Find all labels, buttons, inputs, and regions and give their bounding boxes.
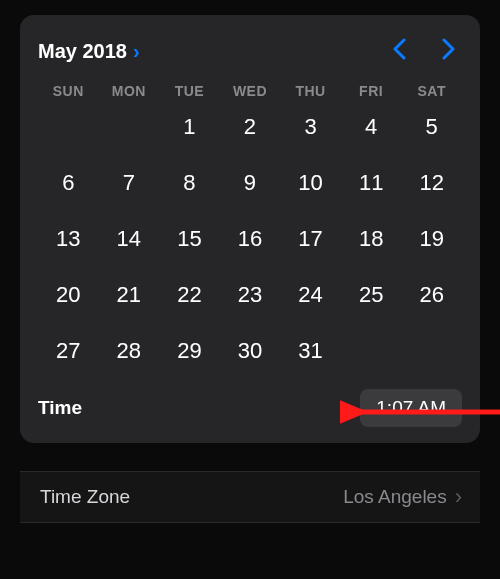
calendar-header: May 2018 › (38, 37, 462, 65)
date-time-picker: May 2018 › SUNMONTUEWEDTHUFRISAT 1234567… (20, 15, 480, 443)
day-1[interactable]: 1 (159, 105, 220, 149)
day-26[interactable]: 26 (401, 273, 462, 317)
day-5[interactable]: 5 (401, 105, 462, 149)
day-11[interactable]: 11 (341, 161, 402, 205)
day-6[interactable]: 6 (38, 161, 99, 205)
prev-month-button[interactable] (386, 37, 412, 65)
chevron-right-icon: › (455, 486, 462, 508)
day-10[interactable]: 10 (280, 161, 341, 205)
day-21[interactable]: 21 (99, 273, 160, 317)
day-empty (99, 105, 160, 149)
day-19[interactable]: 19 (401, 217, 462, 261)
day-15[interactable]: 15 (159, 217, 220, 261)
day-31[interactable]: 31 (280, 329, 341, 373)
month-nav (386, 37, 462, 65)
time-row: Time 1:07 AM (38, 389, 462, 427)
weekday-row: SUNMONTUEWEDTHUFRISAT (38, 83, 462, 99)
day-9[interactable]: 9 (220, 161, 281, 205)
weekday-fri: FRI (341, 83, 402, 99)
month-year-button[interactable]: May 2018 › (38, 40, 140, 63)
day-4[interactable]: 4 (341, 105, 402, 149)
day-17[interactable]: 17 (280, 217, 341, 261)
day-18[interactable]: 18 (341, 217, 402, 261)
weekday-sat: SAT (401, 83, 462, 99)
chevron-right-icon (442, 38, 456, 60)
chevron-left-icon (392, 38, 406, 60)
weekday-mon: MON (99, 83, 160, 99)
day-29[interactable]: 29 (159, 329, 220, 373)
weekday-thu: THU (280, 83, 341, 99)
day-3[interactable]: 3 (280, 105, 341, 149)
month-year-label: May 2018 (38, 40, 127, 63)
timezone-value: Los Angeles (343, 486, 447, 508)
day-23[interactable]: 23 (220, 273, 281, 317)
chevron-right-icon: › (133, 41, 140, 61)
day-2[interactable]: 2 (220, 105, 281, 149)
timezone-value-wrap: Los Angeles › (343, 486, 462, 508)
day-24[interactable]: 24 (280, 273, 341, 317)
timezone-row[interactable]: Time Zone Los Angeles › (20, 471, 480, 523)
time-label: Time (38, 397, 82, 419)
day-14[interactable]: 14 (99, 217, 160, 261)
days-grid: 1234567891011121314151617181920212223242… (38, 105, 462, 373)
day-16[interactable]: 16 (220, 217, 281, 261)
day-8[interactable]: 8 (159, 161, 220, 205)
day-30[interactable]: 30 (220, 329, 281, 373)
day-empty (38, 105, 99, 149)
day-13[interactable]: 13 (38, 217, 99, 261)
weekday-wed: WED (220, 83, 281, 99)
day-27[interactable]: 27 (38, 329, 99, 373)
day-25[interactable]: 25 (341, 273, 402, 317)
day-28[interactable]: 28 (99, 329, 160, 373)
day-22[interactable]: 22 (159, 273, 220, 317)
day-12[interactable]: 12 (401, 161, 462, 205)
weekday-tue: TUE (159, 83, 220, 99)
weekday-sun: SUN (38, 83, 99, 99)
day-20[interactable]: 20 (38, 273, 99, 317)
timezone-label: Time Zone (40, 486, 130, 508)
day-7[interactable]: 7 (99, 161, 160, 205)
next-month-button[interactable] (436, 37, 462, 65)
time-value-button[interactable]: 1:07 AM (360, 389, 462, 427)
